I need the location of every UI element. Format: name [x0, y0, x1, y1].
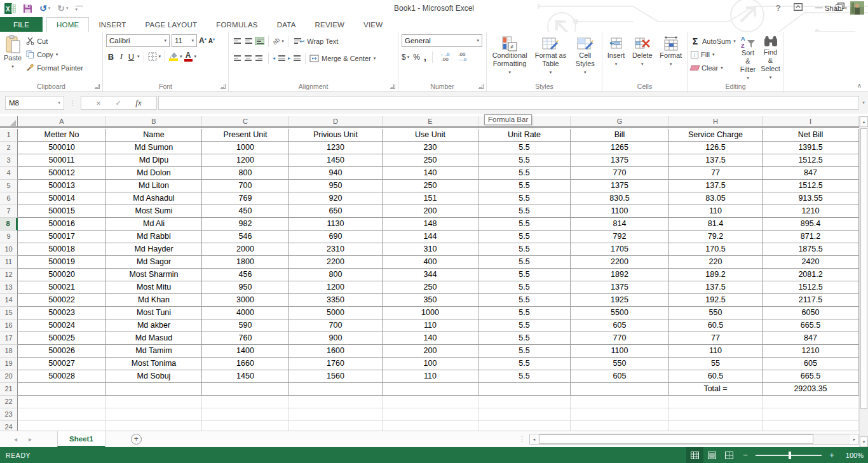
bottom-align-button[interactable]	[255, 37, 264, 45]
number-dialog-launcher-icon[interactable]	[478, 84, 484, 89]
cell-F3[interactable]: 5.5	[478, 154, 571, 167]
cell-I11[interactable]: 2420	[763, 256, 859, 269]
row-header-19[interactable]: 19	[0, 358, 18, 370]
fill-button[interactable]: ↓ Fill ▾	[689, 48, 738, 61]
cell-D23[interactable]	[289, 408, 383, 421]
cell-G5[interactable]: 1375	[571, 180, 669, 192]
cell-G1[interactable]: Bill	[571, 129, 669, 142]
cell-B13[interactable]: Most Mitu	[106, 281, 202, 294]
cancel-icon[interactable]: ×	[96, 98, 101, 108]
cell-I7[interactable]: 1210	[763, 205, 859, 218]
cell-D22[interactable]	[289, 396, 383, 408]
conditional-formatting-dropdown-icon[interactable]: ▾	[508, 68, 511, 76]
cell-C9[interactable]: 546	[202, 231, 289, 243]
cell-A9[interactable]: 500017	[18, 231, 106, 243]
sort-filter-dropdown-icon[interactable]: ▾	[747, 74, 749, 82]
cell-A18[interactable]: 500026	[18, 345, 106, 358]
underline-dropdown-icon[interactable]: ▾	[137, 54, 140, 59]
collapse-ribbon-icon[interactable]: ∧	[857, 82, 862, 89]
cell-B24[interactable]	[106, 421, 202, 431]
cell-B7[interactable]: Most Sumi	[106, 205, 202, 218]
horizontal-scroll-thumb[interactable]	[539, 434, 813, 444]
cell-C15[interactable]: 4000	[202, 307, 289, 319]
cell-G20[interactable]: 605	[571, 370, 669, 383]
column-header-H[interactable]: H	[669, 116, 763, 126]
paste-button[interactable]: Paste ▾	[1, 33, 24, 81]
format-painter-button[interactable]: Format Painter	[24, 61, 85, 74]
cell-H13[interactable]: 137.5	[669, 281, 763, 294]
tab-data[interactable]: DATA	[268, 17, 306, 32]
format-as-table-dropdown-icon[interactable]: ▾	[550, 68, 552, 76]
tab-file[interactable]: FILE	[0, 17, 43, 32]
cell-A24[interactable]	[18, 421, 106, 431]
cell-A17[interactable]: 500025	[18, 332, 106, 345]
cell-H18[interactable]: 110	[669, 345, 763, 358]
cell-E10[interactable]: 310	[383, 243, 478, 256]
cell-G13[interactable]: 1375	[571, 281, 669, 294]
customize-qat-button[interactable]: ▾	[76, 6, 83, 11]
delete-dropdown-icon[interactable]: ▾	[641, 60, 644, 68]
cell-E12[interactable]: 344	[383, 269, 478, 281]
clear-button[interactable]: Clear ▾	[689, 61, 738, 74]
cell-C12[interactable]: 456	[202, 269, 289, 281]
cell-G22[interactable]	[571, 396, 669, 408]
row-header-3[interactable]: 3	[0, 154, 18, 167]
cell-E22[interactable]	[383, 396, 478, 408]
grow-font-button[interactable]: A▴	[199, 36, 207, 45]
cell-B11[interactable]: Md Sagor	[106, 256, 202, 269]
cell-styles-dropdown-icon[interactable]: ▾	[584, 68, 587, 76]
cell-E7[interactable]: 200	[383, 205, 478, 218]
conditional-formatting-button[interactable]: ≠ Conditional Formatting ▾	[489, 33, 531, 81]
cell-B18[interactable]: Md Tamim	[106, 345, 202, 358]
avatar[interactable]	[850, 1, 864, 15]
cell-E3[interactable]: 250	[383, 154, 478, 167]
cell-F14[interactable]: 5.5	[478, 294, 571, 307]
cell-H14[interactable]: 192.5	[669, 294, 763, 307]
row-header-8[interactable]: 8	[0, 218, 18, 231]
cell-I18[interactable]: 1210	[763, 345, 859, 358]
row-header-7[interactable]: 7	[0, 205, 18, 218]
column-header-I[interactable]: I	[763, 116, 859, 126]
cell-F13[interactable]: 5.5	[478, 281, 571, 294]
cell-B4[interactable]: Md Dolon	[106, 167, 202, 180]
cell-B3[interactable]: Md Dipu	[106, 154, 202, 167]
cell-C5[interactable]: 700	[202, 180, 289, 192]
format-dropdown-icon[interactable]: ▾	[670, 60, 672, 68]
undo-button[interactable]: ↺ ▾	[39, 3, 50, 13]
cell-D20[interactable]: 1560	[289, 370, 383, 383]
cell-B21[interactable]	[106, 383, 202, 396]
cell-A22[interactable]	[18, 396, 106, 408]
zoom-out-button[interactable]: −	[739, 450, 752, 460]
accounting-dropdown-icon[interactable]: ▾	[407, 55, 410, 60]
cell-I14[interactable]: 2117.5	[763, 294, 859, 307]
cell-F1[interactable]: Unit Rate	[478, 129, 571, 142]
number-format-combo[interactable]: General ▾	[402, 34, 482, 47]
cell-G3[interactable]: 1375	[571, 154, 669, 167]
cell-E9[interactable]: 144	[383, 231, 478, 243]
cell-I24[interactable]	[763, 421, 859, 431]
cell-D17[interactable]: 900	[289, 332, 383, 345]
cell-A21[interactable]	[18, 383, 106, 396]
cell-G23[interactable]	[571, 408, 669, 421]
row-header-20[interactable]: 20	[0, 370, 18, 383]
cell-E13[interactable]: 250	[383, 281, 478, 294]
cell-B22[interactable]	[106, 396, 202, 408]
cell-I12[interactable]: 2081.2	[763, 269, 859, 281]
row-header-15[interactable]: 15	[0, 307, 18, 319]
cell-G8[interactable]: 814	[571, 218, 669, 231]
decrease-indent-button[interactable]: ◂	[273, 51, 286, 65]
cell-B1[interactable]: Name	[106, 129, 202, 142]
cell-A3[interactable]: 500011	[18, 154, 106, 167]
cell-C10[interactable]: 2000	[202, 243, 289, 256]
align-left-button[interactable]	[232, 54, 241, 62]
ribbon-display-options-icon[interactable]	[794, 2, 803, 13]
autosum-dropdown-icon[interactable]: ▾	[733, 39, 736, 44]
cell-H22[interactable]	[669, 396, 763, 408]
delete-cells-button[interactable]: Delete ▾	[630, 33, 655, 81]
font-size-dropdown-icon[interactable]: ▾	[188, 38, 194, 43]
formula-bar-splitter[interactable]: ⋮	[69, 100, 76, 107]
cell-H23[interactable]	[669, 408, 763, 421]
row-header-13[interactable]: 13	[0, 281, 18, 294]
cell-G10[interactable]: 1705	[571, 243, 669, 256]
row-header-21[interactable]: 21	[0, 383, 18, 396]
